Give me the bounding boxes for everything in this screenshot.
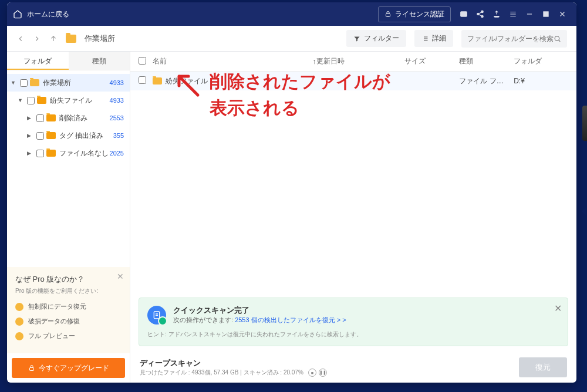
home-button[interactable]: ホームに戻る (13, 9, 69, 19)
license-button[interactable]: ライセンス認証 (378, 6, 451, 22)
folder-icon (30, 79, 39, 86)
export-icon[interactable] (488, 6, 505, 22)
node-checkbox[interactable] (36, 150, 44, 157)
filter-icon (353, 35, 360, 42)
col-type[interactable]: 種類 (459, 56, 514, 66)
home-icon (13, 9, 22, 19)
folder-icon (66, 35, 76, 43)
quickscan-title: クイックスキャン完了 (173, 305, 346, 316)
node-count: 2553 (110, 114, 124, 121)
node-count: 2025 (110, 150, 124, 157)
node-checkbox[interactable] (20, 79, 28, 87)
detail-button[interactable]: 詳細 (414, 30, 453, 47)
side-collapse-icon[interactable] (579, 205, 587, 219)
feature-label: 破損データの修復 (28, 317, 80, 326)
pause-button[interactable]: ❚❚ (319, 369, 327, 377)
promo-close-icon[interactable]: ✕ (117, 272, 124, 281)
svg-rect-1 (461, 12, 467, 16)
tree-node-workplace[interactable]: ▼ 作業場所 4933 (7, 74, 130, 92)
caret-down-icon: ▼ (11, 80, 18, 86)
node-count: 4933 (110, 79, 124, 86)
lock-icon (384, 11, 392, 18)
tab-type[interactable]: 種類 (69, 52, 130, 70)
node-checkbox[interactable] (36, 132, 44, 140)
maximize-icon[interactable] (538, 6, 554, 22)
promo-subtitle: Pro 版の機能をご利用ください: (15, 287, 122, 295)
folder-warn-icon (46, 150, 56, 157)
filter-button[interactable]: フィルター (346, 30, 406, 47)
col-date[interactable]: 更新日時 (316, 56, 405, 66)
col-name[interactable]: 名前↑ (153, 56, 316, 66)
home-label: ホームに戻る (27, 9, 69, 19)
node-count: 355 (113, 132, 124, 139)
search-icon (554, 35, 561, 43)
search-box[interactable] (461, 30, 567, 48)
quickscan-close-icon[interactable]: ✕ (554, 303, 562, 314)
promo-feature: 破損データの修復 (15, 317, 122, 326)
stop-button[interactable]: ■ (308, 369, 316, 377)
feature-label: フル プレビュー (28, 332, 75, 340)
caret-down-icon: ▼ (18, 97, 25, 103)
svg-point-6 (555, 36, 559, 40)
deepscan-title: ディープスキャン (140, 358, 327, 369)
folder-warn-icon (153, 77, 162, 85)
folder-warn-icon (37, 97, 46, 104)
detail-label: 詳細 (432, 33, 446, 43)
upgrade-button[interactable]: 今すぐアップグレード (12, 358, 125, 378)
caret-right-icon: ▶ (27, 150, 34, 156)
sidebar: フォルダ 種類 ▼ 作業場所 4933 ▼ 紛失ファイル 4933 (7, 52, 130, 383)
row-name: 紛失ファイル (166, 76, 208, 86)
breadcrumb: 作業場所 (85, 33, 115, 44)
tab-folder[interactable]: フォルダ (7, 52, 69, 70)
node-label: 作業場所 (43, 78, 71, 88)
feedback-icon[interactable] (456, 6, 472, 22)
side-panel-handle[interactable] (582, 106, 587, 141)
col-folder[interactable]: フォルダ (514, 56, 568, 66)
node-label: ファイル名なし (59, 148, 109, 158)
close-icon[interactable] (554, 6, 571, 22)
share-icon[interactable] (472, 6, 488, 22)
filter-label: フィルター (364, 33, 399, 43)
caret-right-icon: ▶ (27, 115, 34, 121)
lock-icon (28, 364, 35, 371)
folder-tree: ▼ 作業場所 4933 ▼ 紛失ファイル 4933 ▶ (7, 70, 130, 267)
svg-point-3 (477, 13, 480, 15)
minimize-icon[interactable] (521, 6, 538, 22)
quickscan-panel: ✕ クイックスキャン完了 次の操作ができます: 2553 個の検出したファイルを… (139, 298, 568, 346)
row-checkbox[interactable] (139, 76, 146, 84)
tree-node-deleted[interactable]: ▶ 削除済み 2553 (7, 109, 130, 127)
search-input[interactable] (467, 35, 554, 43)
svg-rect-5 (544, 12, 548, 16)
file-row[interactable]: 紛失ファイル ファイル フ… D:¥ (130, 72, 576, 90)
menu-icon[interactable] (505, 6, 521, 22)
tree-node-noname[interactable]: ▶ ファイル名なし 2025 (7, 144, 130, 162)
node-checkbox[interactable] (27, 97, 35, 104)
promo-title: なぜ Pro 版なのか？ (15, 274, 122, 285)
quickscan-hint: ヒント: アドバンストスキャンは復元中に失われたファイルをさらに検索します。 (147, 330, 559, 339)
feature-icon (15, 317, 23, 326)
row-folder: D:¥ (514, 77, 568, 85)
svg-point-4 (481, 15, 484, 18)
restore-button[interactable]: 復元 (519, 357, 567, 377)
feature-icon (15, 332, 23, 340)
tree-node-lost-files[interactable]: ▼ 紛失ファイル 4933 (7, 92, 130, 109)
toolbar: 作業場所 フィルター 詳細 (7, 26, 576, 52)
sidebar-tabs: フォルダ 種類 (7, 52, 130, 70)
caret-right-icon: ▶ (27, 133, 34, 138)
node-label: 削除済み (59, 113, 87, 123)
nav-forward-icon[interactable] (33, 35, 41, 43)
quickscan-link[interactable]: 2553 個の検出したファイルを復元 > > (235, 316, 346, 323)
nav-back-icon[interactable] (16, 35, 25, 43)
folder-warn-icon (46, 132, 56, 139)
node-checkbox[interactable] (36, 114, 44, 122)
col-size[interactable]: サイズ (404, 56, 459, 66)
tree-node-tag[interactable]: ▶ タグ 抽出済み 355 (7, 127, 130, 144)
select-all-checkbox[interactable] (139, 57, 146, 65)
quickscan-desc: 次の操作ができます: 2553 個の検出したファイルを復元 > > (173, 316, 346, 325)
nav-up-icon[interactable] (49, 35, 58, 43)
main-panel: 名前↑ 更新日時 サイズ 種類 フォルダ 紛失ファイル ファイル フ… D:¥ … (130, 52, 576, 383)
svg-point-2 (481, 11, 484, 13)
scan-complete-icon (147, 306, 166, 325)
promo-panel: ✕ なぜ Pro 版なのか？ Pro 版の機能をご利用ください: 無制限にデータ… (7, 267, 130, 353)
deepscan-stats: 見つけたファイル : 4933個, 57.34 GB | スキャン済み : 20… (140, 369, 303, 377)
